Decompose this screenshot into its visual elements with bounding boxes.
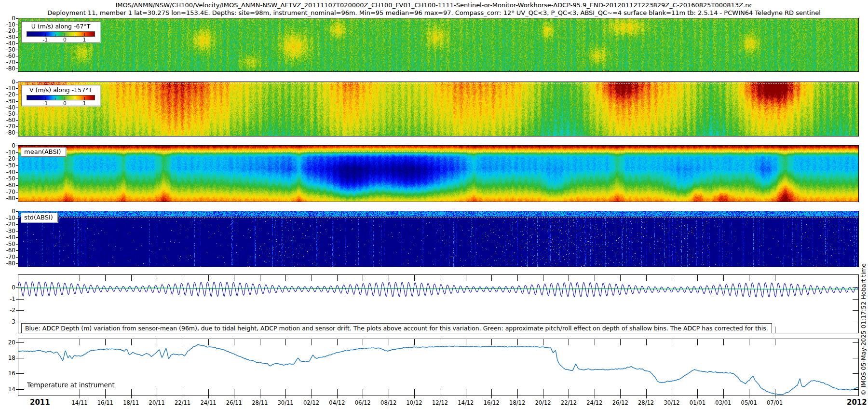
y-tick-label: -70 bbox=[0, 59, 15, 65]
v-velocity-legend: V (m/s) along -157°T -101 bbox=[21, 85, 100, 106]
x-tick-mark bbox=[646, 396, 647, 398]
x-axis-year-end: 2012 bbox=[847, 398, 867, 407]
colorbar-tick-mark bbox=[45, 33, 46, 36]
colorbar-minor-tick-mark bbox=[55, 98, 55, 100]
x-tick-mark bbox=[672, 396, 672, 398]
x-axis-year-start: 2011 bbox=[30, 398, 50, 407]
y-tick-label: 0 bbox=[0, 208, 15, 214]
x-tick-label: 28/11 bbox=[252, 399, 268, 406]
x-tick-mark bbox=[620, 396, 621, 398]
y-tick-mark bbox=[16, 95, 18, 95]
x-tick-mark bbox=[491, 396, 492, 398]
y-tick-mark bbox=[16, 146, 18, 146]
y-tick-label: -30 bbox=[0, 98, 15, 104]
y-tick-mark bbox=[16, 56, 18, 56]
x-tick-mark bbox=[466, 396, 466, 398]
y-tick-label: -10 bbox=[0, 85, 15, 91]
y-tick-label: -40 bbox=[0, 41, 15, 46]
y-tick-mark bbox=[16, 310, 18, 311]
temperature-label: Temperature at instrument bbox=[27, 381, 115, 389]
y-tick-label: -80 bbox=[0, 66, 15, 71]
y-tick-mark bbox=[16, 263, 18, 264]
y-tick-mark bbox=[16, 68, 18, 69]
y-tick-mark bbox=[16, 165, 18, 166]
x-tick-label: 26/11 bbox=[226, 399, 242, 406]
x-tick-mark bbox=[440, 396, 440, 398]
x-tick-label: 22/12 bbox=[561, 399, 577, 406]
y-tick-label: -20 bbox=[0, 156, 15, 162]
y-tick-mark bbox=[16, 172, 18, 173]
y-tick-label: -80 bbox=[0, 195, 15, 201]
y-tick-mark bbox=[16, 224, 18, 225]
y-tick-label: -50 bbox=[0, 241, 15, 247]
x-tick-mark bbox=[543, 396, 543, 398]
y-tick-label: -1 bbox=[0, 296, 15, 302]
y-tick-label: -20 bbox=[0, 28, 15, 34]
v-velocity-panel bbox=[18, 82, 859, 137]
y-tick-mark bbox=[16, 62, 18, 63]
colorbar-tick-label: 0 bbox=[63, 100, 67, 107]
y-tick-label: 0 bbox=[0, 79, 15, 85]
y-tick-mark bbox=[16, 244, 18, 245]
colorbar-minor-tick-mark bbox=[55, 34, 55, 36]
depth-annotation-box: Blue: ADCP Depth (m) variation from sens… bbox=[21, 323, 772, 333]
y-tick-mark bbox=[16, 322, 18, 322]
x-tick-mark bbox=[595, 396, 595, 398]
colorbar-tick-mark bbox=[84, 97, 85, 100]
y-tick-label: -70 bbox=[0, 189, 15, 195]
mean-absi-heatmap-canvas bbox=[18, 146, 858, 202]
y-tick-label: 20 bbox=[0, 340, 15, 345]
x-tick-mark bbox=[337, 396, 338, 398]
y-tick-mark bbox=[16, 114, 18, 114]
x-tick-label: 10/12 bbox=[407, 399, 422, 406]
y-tick-label: -60 bbox=[0, 117, 15, 123]
x-tick-label: 03/01 bbox=[715, 399, 731, 406]
page-title: IMOS/ANMN/NSW/CH100/Velocity/IMOS_ANMN-N… bbox=[0, 1, 868, 9]
figure-root: { "header": { "title_line1": "IMOS/ANMN/… bbox=[0, 0, 868, 410]
colorbar-tick-label: 1 bbox=[83, 37, 86, 43]
y-tick-mark bbox=[16, 389, 18, 390]
x-tick-mark bbox=[157, 396, 157, 398]
x-tick-label: 30/12 bbox=[664, 399, 679, 406]
u-colorbar: -101 bbox=[27, 31, 95, 37]
y-tick-label: -40 bbox=[0, 105, 15, 110]
std-absi-label-box: std(ABSI) bbox=[21, 213, 58, 222]
y-tick-label: 0 bbox=[0, 15, 15, 21]
x-tick-mark bbox=[131, 396, 132, 398]
y-tick-mark bbox=[16, 31, 18, 31]
y-tick-mark bbox=[16, 373, 18, 374]
y-tick-label: -50 bbox=[0, 111, 15, 117]
y-tick-mark bbox=[16, 287, 18, 288]
x-tick-mark bbox=[389, 396, 389, 398]
colorbar-minor-tick-mark bbox=[75, 34, 75, 36]
x-tick-label: 14/11 bbox=[71, 399, 87, 406]
v-colorbar: -101 bbox=[27, 95, 95, 100]
x-tick-mark bbox=[80, 396, 80, 398]
x-tick-label: 24/11 bbox=[200, 399, 216, 406]
x-tick-mark bbox=[697, 396, 698, 398]
v-velocity-heatmap-canvas bbox=[18, 82, 858, 136]
y-tick-label: -2 bbox=[0, 307, 15, 313]
x-tick-mark bbox=[569, 396, 569, 398]
x-tick-label: 02/12 bbox=[303, 399, 319, 406]
y-tick-mark bbox=[16, 185, 18, 186]
copyright-watermark: © IMOS 05-May-2025 01:17:52 Hobart time bbox=[860, 263, 867, 396]
y-tick-label: -60 bbox=[0, 247, 15, 253]
y-tick-mark bbox=[16, 257, 18, 258]
y-tick-mark bbox=[16, 43, 18, 44]
y-tick-label: -20 bbox=[0, 221, 15, 227]
y-tick-label: -10 bbox=[0, 215, 15, 221]
y-tick-label: 16 bbox=[0, 370, 15, 376]
x-tick-label: 24/12 bbox=[586, 399, 602, 406]
x-tick-label: 16/12 bbox=[484, 399, 500, 406]
u-legend-label: U (m/s) along -67°T bbox=[22, 23, 100, 30]
y-tick-label: 14 bbox=[0, 386, 15, 392]
colorbar-tick-mark bbox=[65, 33, 65, 36]
x-tick-mark bbox=[208, 396, 209, 398]
y-tick-mark bbox=[16, 198, 18, 199]
y-tick-label: -30 bbox=[0, 34, 15, 40]
y-tick-label: -80 bbox=[0, 260, 15, 266]
y-tick-label: -50 bbox=[0, 176, 15, 181]
u-velocity-legend: U (m/s) along -67°T -101 bbox=[21, 21, 100, 42]
y-tick-label: 18 bbox=[0, 355, 15, 361]
